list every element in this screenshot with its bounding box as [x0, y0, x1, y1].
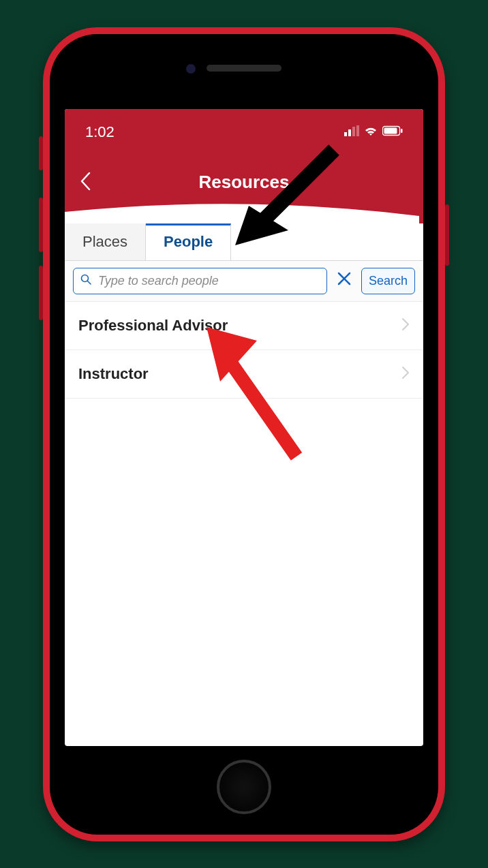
cellular-icon	[344, 125, 359, 139]
search-input[interactable]: Type to search people	[73, 268, 327, 294]
svg-rect-5	[384, 127, 397, 134]
phone-bezel: 1:02	[50, 34, 438, 835]
phone-side-button	[445, 204, 449, 266]
nav-bar: Resources	[65, 162, 423, 203]
tab-places[interactable]: Places	[65, 223, 146, 260]
screen: 1:02	[65, 109, 423, 746]
svg-rect-0	[344, 132, 347, 136]
tab-people[interactable]: People	[146, 223, 231, 260]
list-item-instructor[interactable]: Instructor	[65, 350, 423, 399]
tabs: Places People	[65, 223, 423, 261]
status-bar: 1:02	[65, 109, 423, 143]
home-button[interactable]	[217, 760, 271, 814]
status-time: 1:02	[85, 123, 115, 141]
phone-frame: 1:02	[43, 27, 445, 841]
clear-button[interactable]	[334, 271, 354, 290]
svg-line-8	[88, 281, 91, 285]
phone-side-button	[39, 136, 43, 170]
phone-side-button	[39, 198, 43, 252]
svg-rect-6	[401, 129, 403, 133]
chevron-right-icon	[401, 317, 410, 334]
battery-icon	[382, 125, 403, 139]
page-title: Resources	[199, 172, 290, 193]
list-item-label: Professional Advisor	[78, 317, 228, 335]
front-camera	[186, 64, 196, 74]
list-item-label: Instructor	[78, 365, 149, 383]
search-icon	[80, 274, 91, 288]
search-button-label: Search	[369, 274, 408, 288]
earpiece	[207, 65, 281, 72]
results-list: Professional Advisor Instructor	[65, 302, 423, 399]
chevron-right-icon	[401, 366, 410, 382]
status-icons	[344, 125, 403, 139]
header-curve	[65, 204, 419, 224]
app-header: 1:02	[65, 109, 423, 223]
tab-places-label: Places	[82, 233, 127, 250]
svg-rect-3	[356, 125, 359, 136]
back-button[interactable]	[80, 172, 91, 193]
svg-rect-2	[352, 127, 355, 136]
wifi-icon	[363, 125, 378, 139]
search-row: Type to search people Search	[65, 261, 423, 302]
svg-rect-1	[348, 129, 351, 136]
phone-side-button	[39, 266, 43, 320]
tab-people-label: People	[164, 233, 213, 250]
search-placeholder: Type to search people	[98, 274, 219, 288]
search-button[interactable]: Search	[361, 268, 415, 294]
list-item-professional-advisor[interactable]: Professional Advisor	[65, 302, 423, 350]
